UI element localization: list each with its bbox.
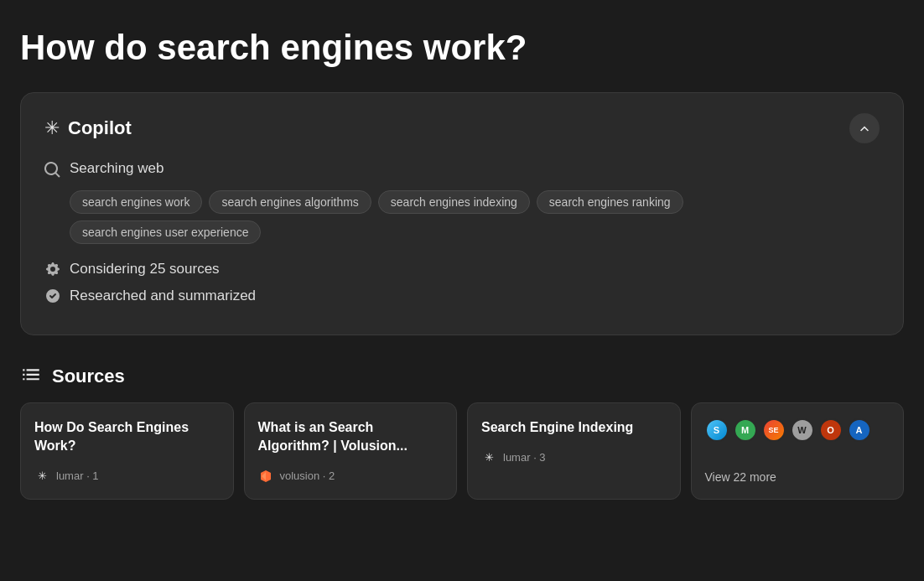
volusion-logo (258, 469, 273, 484)
source-card-1-meta: volusion · 2 (280, 469, 335, 482)
favicon-group: S M SE W O A (705, 418, 871, 442)
considering-label: Considering 25 sources (70, 261, 220, 278)
summarized-row: Researched and summarized (44, 288, 880, 304)
favicon-1: M (734, 418, 757, 442)
tag-3[interactable]: search engines ranking (537, 190, 683, 214)
source-card-2-footer: ✳ lumar · 3 (481, 450, 667, 465)
check-circle-icon (44, 288, 61, 304)
tag-1[interactable]: search engines algorithms (209, 190, 371, 214)
considering-row: Considering 25 sources (44, 261, 880, 278)
collapse-button[interactable] (849, 113, 880, 143)
page-title: How do search engines work? (20, 27, 904, 69)
chevron-up-icon (858, 122, 871, 135)
source-card-2-title: Search Engine Indexing (481, 418, 667, 437)
source-card-0-meta: lumar · 1 (56, 469, 99, 482)
favicon-0: S (705, 418, 729, 442)
sources-list-icon (20, 366, 42, 387)
more-sources-card[interactable]: S M SE W O A View 22 more (691, 402, 905, 499)
source-card-2[interactable]: Search Engine Indexing ✳ lumar · 3 (467, 402, 681, 499)
favicon-3: W (791, 418, 814, 442)
search-icon (44, 162, 61, 179)
source-card-1[interactable]: What is an Search Algorithm? | Volusion.… (244, 402, 458, 499)
view-more-label: View 22 more (705, 470, 776, 484)
lumar-logo-2: ✳ (481, 450, 496, 465)
copilot-star-icon: ✳ (44, 117, 60, 139)
lumar-logo-0: ✳ (34, 469, 49, 484)
favicon-2: SE (762, 418, 786, 442)
gear-icon (44, 261, 61, 278)
source-card-0-title: How Do Search Engines Work? (34, 418, 220, 454)
sources-title: Sources (52, 366, 125, 387)
source-card-2-meta: lumar · 3 (503, 451, 546, 464)
tag-0[interactable]: search engines work (70, 190, 202, 214)
favicon-5: A (848, 418, 871, 442)
copilot-header: ✳ Copilot (44, 113, 880, 143)
searching-label: Searching web (70, 160, 164, 177)
source-card-0-footer: ✳ lumar · 1 (34, 469, 220, 484)
copilot-card: ✳ Copilot Searching web search engines w… (20, 92, 904, 335)
sources-header: Sources (20, 366, 904, 387)
tag-4[interactable]: search engines user experience (70, 220, 261, 244)
searching-row: Searching web (44, 160, 880, 179)
source-card-0[interactable]: How Do Search Engines Work? ✳ lumar · 1 (20, 402, 234, 499)
copilot-title: Copilot (68, 117, 132, 139)
summarized-label: Researched and summarized (70, 288, 256, 304)
sources-section: Sources How Do Search Engines Work? ✳ lu… (20, 366, 904, 499)
favicon-4: O (819, 418, 843, 442)
tag-2[interactable]: search engines indexing (378, 190, 530, 214)
sources-grid: How Do Search Engines Work? ✳ lumar · 1 … (20, 402, 904, 499)
source-card-1-title: What is an Search Algorithm? | Volusion.… (258, 418, 444, 454)
source-card-1-footer: volusion · 2 (258, 469, 444, 484)
copilot-title-row: ✳ Copilot (44, 117, 132, 139)
tags-container: search engines work search engines algor… (70, 190, 880, 244)
